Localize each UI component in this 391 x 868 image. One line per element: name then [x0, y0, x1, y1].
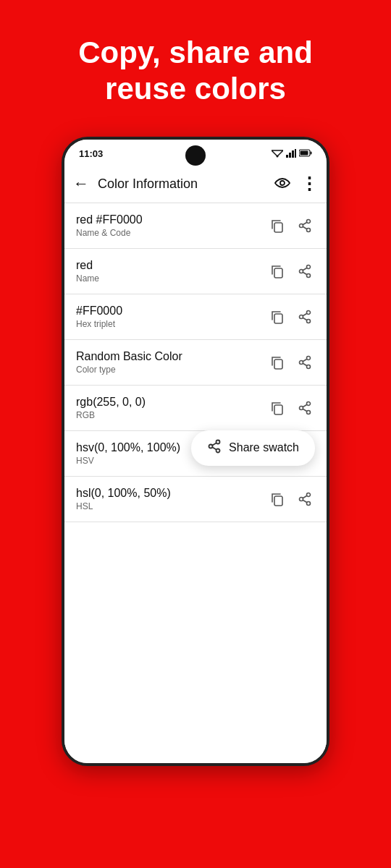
- share-swatch-icon: [207, 439, 222, 457]
- row-label-6: HSL: [76, 501, 267, 511]
- row-label-2: Hex triplet: [76, 319, 267, 329]
- row-value-4: rgb(255, 0, 0): [76, 396, 267, 409]
- more-icon[interactable]: ⋮: [300, 175, 318, 192]
- signal-icon: [286, 149, 296, 159]
- row-value-2: #FF0000: [76, 305, 267, 318]
- svg-line-49: [212, 447, 216, 450]
- svg-line-14: [303, 226, 307, 229]
- row-actions-3: [267, 352, 315, 373]
- row-content-2: #FF0000 Hex triplet: [76, 305, 267, 329]
- svg-point-1: [277, 155, 279, 157]
- status-time: 11:03: [79, 148, 103, 159]
- color-row: rgb(255, 0, 0) RGB: [64, 386, 327, 431]
- svg-line-33: [303, 359, 307, 362]
- svg-line-50: [212, 443, 216, 446]
- copy-icon-6[interactable]: [267, 489, 287, 509]
- svg-rect-4: [292, 150, 294, 158]
- row-actions-2: [267, 307, 315, 327]
- status-icons: [272, 149, 312, 159]
- svg-line-32: [303, 363, 307, 366]
- svg-line-15: [303, 222, 307, 225]
- svg-line-56: [303, 495, 307, 498]
- svg-point-19: [300, 269, 303, 273]
- svg-rect-2: [286, 155, 288, 158]
- row-label-3: Color type: [76, 365, 267, 375]
- svg-point-54: [300, 497, 303, 501]
- app-bar-title: Color Information: [98, 176, 274, 192]
- row-actions-6: [267, 489, 315, 509]
- row-content-3: Random Basic Color Color type: [76, 350, 267, 375]
- svg-rect-8: [300, 151, 308, 156]
- svg-rect-22: [274, 314, 282, 323]
- row-content-0: red #FF0000 Name & Code: [76, 213, 267, 238]
- battery-icon: [299, 149, 312, 158]
- phone-frame: 11:03 ← Color Information: [62, 137, 329, 766]
- svg-rect-7: [311, 152, 312, 155]
- svg-rect-34: [274, 405, 282, 414]
- svg-point-25: [300, 315, 303, 318]
- phone-wrapper: 11:03 ← Color Information: [0, 129, 391, 766]
- share-swatch-popup[interactable]: Share swatch: [191, 430, 315, 466]
- camera-notch: [185, 145, 206, 166]
- share-icon-1[interactable]: [295, 261, 315, 281]
- svg-line-39: [303, 404, 307, 407]
- share-icon-4[interactable]: [295, 398, 315, 418]
- status-bar: 11:03: [64, 140, 327, 166]
- row-content-1: red Name: [76, 259, 267, 284]
- svg-point-9: [280, 181, 285, 185]
- svg-line-55: [303, 500, 307, 503]
- row-value-0: red #FF0000: [76, 213, 267, 226]
- share-icon-0[interactable]: [295, 216, 315, 236]
- app-bar-icons: ⋮: [274, 175, 318, 192]
- color-row: red #FF0000 Name & Code: [64, 203, 327, 249]
- color-row: red Name: [64, 249, 327, 294]
- row-actions-1: [267, 261, 315, 281]
- svg-point-31: [300, 360, 303, 364]
- copy-icon-2[interactable]: [267, 307, 287, 327]
- svg-line-38: [303, 409, 307, 412]
- copy-icon-0[interactable]: [267, 216, 287, 236]
- svg-line-20: [303, 272, 307, 275]
- svg-line-27: [303, 313, 307, 316]
- row-actions-4: [267, 398, 315, 418]
- row-value-3: Random Basic Color: [76, 350, 267, 363]
- svg-rect-5: [295, 149, 296, 158]
- svg-rect-16: [274, 268, 282, 278]
- app-bar: ← Color Information ⋮: [64, 166, 327, 203]
- row-actions-0: [267, 216, 315, 236]
- svg-rect-28: [274, 359, 282, 369]
- row-value-6: hsl(0, 100%, 50%): [76, 487, 267, 500]
- svg-rect-10: [274, 223, 282, 232]
- svg-line-26: [303, 318, 307, 320]
- row-content-6: hsl(0, 100%, 50%) HSL: [76, 487, 267, 511]
- svg-point-48: [209, 444, 213, 448]
- color-list: red #FF0000 Name & Code: [64, 203, 327, 766]
- share-icon-3[interactable]: [295, 352, 315, 373]
- copy-icon-4[interactable]: [267, 398, 287, 418]
- color-row: hsl(0, 100%, 50%) HSL: [64, 477, 327, 522]
- share-icon-2[interactable]: [295, 307, 315, 327]
- svg-rect-3: [289, 153, 291, 158]
- svg-point-37: [300, 406, 303, 409]
- share-swatch-label: Share swatch: [229, 441, 299, 454]
- color-row: hsv(0, 100%, 100%) HSV: [64, 431, 327, 477]
- row-label-1: Name: [76, 273, 267, 284]
- row-content-4: rgb(255, 0, 0) RGB: [76, 396, 267, 420]
- back-button[interactable]: ←: [73, 174, 89, 193]
- svg-point-13: [300, 224, 303, 227]
- copy-icon-3[interactable]: [267, 352, 287, 373]
- svg-rect-51: [274, 496, 282, 506]
- hero-title: Copy, share andreuse colors: [29, 35, 362, 108]
- hero-section: Copy, share andreuse colors: [0, 0, 391, 129]
- row-value-1: red: [76, 259, 267, 272]
- hero-text: Copy, share andreuse colors: [0, 0, 391, 129]
- eye-icon[interactable]: [274, 176, 290, 192]
- color-row: Random Basic Color Color type: [64, 340, 327, 386]
- share-icon-6[interactable]: [295, 489, 315, 509]
- row-label-4: RGB: [76, 410, 267, 420]
- row-label-0: Name & Code: [76, 228, 267, 238]
- copy-icon-1[interactable]: [267, 261, 287, 281]
- svg-line-21: [303, 268, 307, 271]
- color-row: #FF0000 Hex triplet: [64, 294, 327, 340]
- wifi-icon: [272, 149, 283, 159]
